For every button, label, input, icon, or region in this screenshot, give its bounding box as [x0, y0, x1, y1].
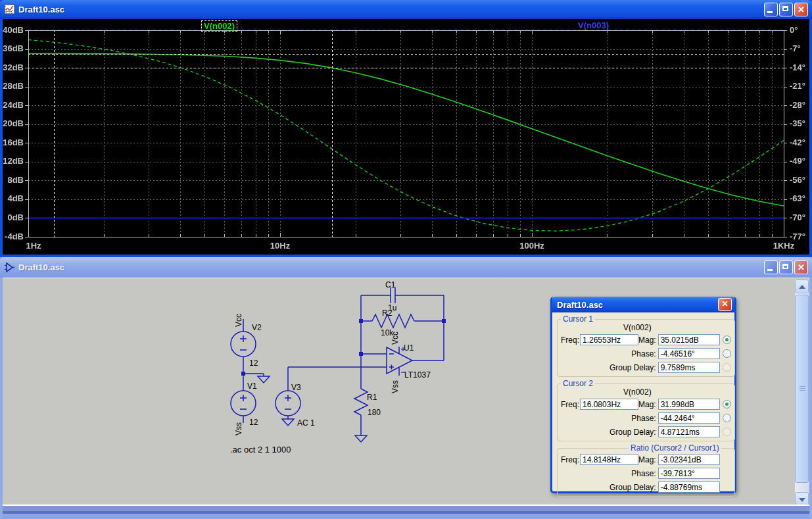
mag-label: Mag: — [638, 335, 656, 345]
window-title: Draft10.asc — [18, 262, 64, 272]
dialog-title: Draft10.asc — [557, 300, 603, 310]
resistor-r2[interactable] — [361, 314, 444, 328]
cursor1-mag-field[interactable]: 35.0215dB — [658, 334, 720, 345]
cursor2-phase-radio[interactable] — [723, 414, 731, 422]
cursor1-legend: Cursor 1 — [561, 314, 595, 324]
phase-label: Phase: — [631, 469, 656, 478]
schematic-label[interactable]: LT1037 — [404, 370, 431, 380]
schematic-label[interactable]: Vss — [391, 380, 400, 393]
opamp-icon — [4, 262, 15, 273]
cursor2-net-name: V(n002) — [561, 388, 731, 397]
schematic-window-titlebar[interactable]: Draft10.asc — [0, 257, 812, 278]
schematic-label[interactable]: V1 — [247, 382, 257, 391]
close-button-icon[interactable] — [794, 260, 808, 274]
mag-label: Mag: — [638, 455, 656, 464]
schematic-label[interactable]: 12 — [249, 418, 258, 427]
cursor1-group-delay-field[interactable]: 9.7589ms — [658, 362, 720, 373]
cursor1-freq-field[interactable]: 1.26553Hz — [580, 334, 638, 345]
spice-directive[interactable]: .ac oct 2 1 1000 — [230, 445, 291, 455]
cursor1-phase-field[interactable]: -4.46516° — [658, 348, 720, 359]
phase-label: Phase: — [631, 414, 656, 423]
capacitor-c1[interactable] — [361, 287, 444, 303]
close-icon[interactable] — [718, 298, 732, 311]
ratio-group: Ratio (Cursor2 / Cursor1) Freq: 14.8148H… — [557, 443, 735, 497]
scroll-up-icon[interactable] — [795, 280, 809, 293]
cursor2-phase-field[interactable]: -44.2464° — [658, 412, 720, 424]
schematic-label[interactable]: V3 — [291, 383, 301, 392]
minimize-button-icon[interactable] — [764, 260, 778, 274]
cursor1-mag-radio[interactable] — [723, 335, 731, 344]
mag-label: Mag: — [638, 400, 656, 409]
cursor1-net-name: V(n002) — [561, 324, 731, 333]
cursor2-mag-field[interactable]: 31.998dB — [658, 399, 720, 410]
schematic-label[interactable]: 180 — [368, 408, 381, 417]
vertical-scrollbar[interactable] — [795, 280, 809, 505]
close-button-icon[interactable] — [794, 3, 808, 16]
cursor1-group: Cursor 1 V(n002) Freq: 1.26553Hz Mag: 35… — [557, 314, 735, 377]
ratio-phase-field[interactable]: -39.7813° — [658, 468, 720, 479]
cursor2-group: Cursor 2 V(n002) Freq: 16.0803Hz Mag: 31… — [557, 379, 735, 441]
waveform-window: Draft10.asc V(n002) V(n003) — [0, 0, 812, 257]
waveform-plot[interactable] — [3, 19, 809, 255]
phase-label: Phase: — [631, 349, 656, 358]
cursor1-phase-radio[interactable] — [723, 349, 731, 358]
group-delay-label: Group Delay: — [609, 428, 656, 437]
waveform-chart-icon — [4, 4, 15, 15]
window-title: Draft10.asc — [18, 5, 64, 14]
schematic-label[interactable]: Vcc — [234, 314, 243, 327]
ratio-group-delay-field[interactable]: -4.88769ms — [658, 482, 720, 493]
ground-icon — [282, 419, 294, 426]
trace-label-vn002[interactable]: V(n002) — [201, 20, 237, 32]
scrollbar-thumb[interactable] — [795, 295, 809, 483]
schematic-label[interactable]: Vcc — [391, 332, 400, 345]
scroll-down-icon[interactable] — [795, 492, 809, 505]
maximize-button-icon[interactable] — [779, 260, 793, 274]
thumb-grip-icon — [800, 386, 805, 391]
schematic-label[interactable]: C1 — [385, 280, 396, 289]
cursor1-group-delay-radio — [723, 363, 731, 372]
ground-icon — [355, 435, 367, 442]
schematic-label[interactable]: Vss — [234, 422, 243, 435]
waveform-window-titlebar[interactable]: Draft10.asc — [0, 0, 812, 19]
cursor-dialog: Draft10.asc Cursor 1 V(n002) Freq: 1.265… — [550, 297, 736, 493]
schematic-label[interactable]: 12 — [249, 358, 258, 368]
minimize-button-icon[interactable] — [764, 3, 778, 16]
schematic-label[interactable]: V2 — [252, 323, 262, 332]
group-delay-label: Group Delay: — [609, 363, 656, 372]
cursor2-legend: Cursor 2 — [561, 379, 595, 388]
cursor2-freq-field[interactable]: 16.0803Hz — [580, 399, 638, 410]
schematic-label[interactable]: R2 — [382, 309, 393, 318]
trace-label-vn003[interactable]: V(n003) — [576, 20, 611, 30]
maximize-button-icon[interactable] — [779, 3, 793, 16]
schematic-label[interactable]: U1 — [404, 343, 414, 353]
ratio-mag-field[interactable]: -3.02341dB — [658, 454, 720, 465]
schematic-label[interactable]: R1 — [367, 393, 377, 402]
cursor2-group-delay-radio — [723, 428, 731, 436]
cursor2-mag-radio[interactable] — [723, 400, 731, 408]
freq-label: Freq: — [561, 455, 580, 464]
freq-label: Freq: — [561, 335, 580, 345]
schematic-label[interactable]: AC 1 — [297, 418, 315, 428]
group-delay-label: Group Delay: — [609, 483, 656, 492]
cursor-dialog-titlebar[interactable]: Draft10.asc — [552, 297, 734, 312]
voltage-source-v3[interactable] — [275, 367, 300, 426]
window-bottom-border — [3, 505, 809, 514]
ratio-legend: Ratio (Cursor2 / Cursor1) — [629, 443, 721, 453]
freq-label: Freq: — [561, 400, 580, 409]
cursor2-group-delay-field[interactable]: 4.87121ms — [658, 426, 720, 437]
ratio-freq-field[interactable]: 14.8148Hz — [580, 454, 638, 465]
